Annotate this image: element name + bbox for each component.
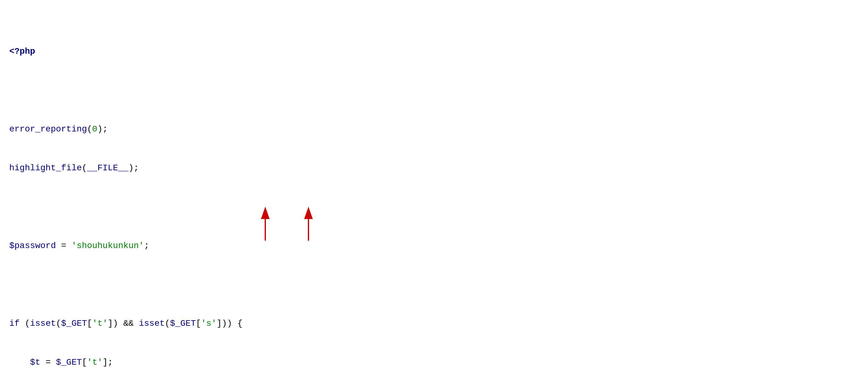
- code-container: <?php error_reporting(0); highlight_file…: [9, 6, 859, 385]
- code-line: [9, 278, 859, 291]
- code-line: error_reporting(0);: [9, 123, 859, 136]
- code-line: $t = $_GET['t'];: [9, 356, 859, 369]
- code-line: if (isset($_GET['t']) && isset($_GET['s'…: [9, 317, 859, 330]
- code-text: $t = $_GET['t'];: [9, 358, 113, 367]
- code-block: <?php error_reporting(0); highlight_file…: [9, 6, 859, 385]
- code-line: [9, 84, 859, 97]
- code-text: $password: [9, 241, 56, 250]
- code-text: error_reporting(0);: [9, 124, 107, 134]
- php-tag: <?php: [9, 47, 35, 56]
- code-text: if (isset($_GET['t']) && isset($_GET['s'…: [9, 319, 243, 328]
- code-line: [9, 201, 859, 213]
- code-line: <?php: [9, 45, 859, 58]
- code-text: highlight_file(__FILE__);: [9, 163, 139, 173]
- code-line: $password = 'shouhukunkun';: [9, 239, 859, 253]
- code-line: highlight_file(__FILE__);: [9, 161, 859, 175]
